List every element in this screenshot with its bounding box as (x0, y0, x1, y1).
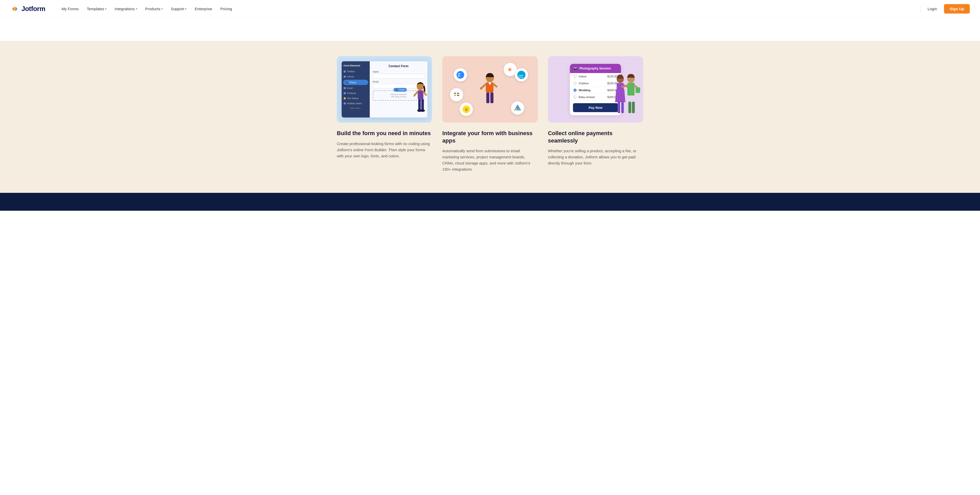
svg-rect-24 (457, 95, 459, 96)
feature-card-builder: Form Elements Textbox Adress 📞 Phone (337, 56, 432, 172)
svg-rect-23 (454, 95, 456, 96)
main-nav: My Forms Templates ▾ Integrations ▾ Prod… (58, 5, 918, 13)
fb-sidebar-item-email: Email (342, 86, 370, 91)
svg-rect-28 (490, 92, 493, 103)
integrations-illustration: Z ✻ salesforce (442, 56, 538, 123)
feature-desc-builder: Create professional-looking forms with n… (337, 141, 432, 159)
pm-radio-wedding (573, 89, 577, 92)
zoom-logo: Z (454, 68, 467, 81)
svg-rect-35 (621, 102, 624, 113)
center-person (479, 73, 501, 103)
nav-products[interactable]: Products ▾ (142, 5, 166, 13)
nav-my-forms[interactable]: My Forms (58, 5, 82, 13)
nav-pricing[interactable]: Pricing (217, 5, 236, 13)
svg-rect-22 (457, 93, 459, 94)
payments-content: 📷 Photography Session Indoor $125.00 Out… (548, 56, 643, 123)
fb-sidebar-item-products: Products (342, 91, 370, 96)
svg-rect-27 (486, 92, 489, 103)
form-builder-illustration: Form Elements Textbox Adress 📞 Phone (337, 56, 432, 123)
svg-text:✻: ✻ (508, 67, 512, 72)
fb-sidebar-item-adress: Adress (342, 74, 370, 79)
svg-point-29 (480, 87, 482, 90)
fb-sidebar-title: Form Elements (342, 63, 370, 69)
features-grid: Form Elements Textbox Adress 📞 Phone (337, 56, 643, 172)
nav-templates[interactable]: Templates ▾ (83, 5, 110, 13)
google-sheets-logo (450, 88, 463, 102)
svg-rect-37 (632, 102, 635, 113)
feature-title-integrations: Integrate your form with business apps (442, 130, 538, 144)
payments-illustration: 📷 Photography Session Indoor $125.00 Out… (548, 56, 643, 123)
signup-button[interactable]: Sign Up (944, 4, 970, 14)
pm-radio-indoor (573, 75, 577, 78)
footer (0, 193, 980, 211)
svg-rect-2 (418, 91, 423, 99)
form-builder-mock: Form Elements Textbox Adress 📞 Phone (342, 61, 428, 118)
pm-radio-baby-shower (573, 95, 577, 99)
couple-illustration (610, 72, 641, 123)
svg-point-6 (420, 109, 425, 112)
fb-sidebar-item-star-rating: Star Rating (342, 96, 370, 101)
salesforce-logo: salesforce (515, 68, 528, 81)
feature-title-builder: Build the form you need in minutes (337, 130, 432, 137)
svg-text:force: force (518, 76, 523, 78)
login-button[interactable]: Login (923, 5, 942, 13)
google-drive-logo (511, 102, 524, 115)
fb-main: Contact Form Name Email Add your element… (370, 61, 428, 118)
header: Jotform My Forms Templates ▾ Integration… (0, 0, 980, 18)
pm-title: Photography Session (579, 67, 611, 70)
nav-support[interactable]: Support ▾ (167, 5, 190, 13)
templates-chevron-icon: ▾ (105, 7, 107, 10)
svg-rect-34 (618, 102, 620, 113)
logo-text: Jotform (21, 5, 45, 13)
fb-sidebar-item-phone: 📞 Phone (343, 80, 368, 85)
svg-rect-4 (421, 99, 424, 111)
logo[interactable]: Jotform (10, 4, 45, 14)
feature-desc-payments: Whether you're selling a product, accept… (548, 148, 643, 166)
products-chevron-icon: ▾ (161, 7, 163, 10)
nav-integrations[interactable]: Integrations ▾ (111, 5, 140, 13)
camera-icon: 📷 (573, 67, 578, 70)
fb-form-title: Contact Form (373, 64, 425, 68)
pm-radio-outdoor (573, 82, 577, 85)
feature-card-integrations: Z ✻ salesforce (442, 56, 538, 172)
svg-rect-33 (627, 83, 635, 95)
fb-name-field: Name (373, 70, 425, 78)
svg-rect-36 (628, 102, 631, 113)
svg-rect-38 (636, 88, 640, 93)
feature-card-payments: 📷 Photography Session Indoor $125.00 Out… (548, 56, 643, 172)
fb-sidebar-item-textbox: Textbox (342, 69, 370, 74)
nav-enterprise[interactable]: Enterprise (191, 5, 215, 13)
feature-desc-integrations: Automatically send form submissions to e… (442, 148, 538, 172)
header-actions: Login Sign Up (923, 4, 970, 14)
nav-divider (920, 5, 921, 13)
fb-sidebar-item-multiple-select: Multiple Select (342, 101, 370, 106)
features-section: Form Elements Textbox Adress 📞 Phone (0, 41, 980, 193)
fb-sidebar: Form Elements Textbox Adress 📞 Phone (342, 61, 370, 118)
fb-sidebar-more: 100+ more... (342, 106, 370, 110)
feature-title-payments: Collect online payments seamlessly (548, 130, 643, 144)
svg-text:🐒: 🐒 (465, 108, 468, 111)
svg-rect-3 (418, 99, 421, 111)
svg-rect-21 (454, 93, 456, 94)
person-illustration (412, 82, 428, 118)
hero-spacer (0, 18, 980, 41)
mailchimp-logo: 🐒 (460, 103, 473, 116)
svg-text:Z: Z (458, 73, 460, 77)
phone-drag-chip: 📞 Phone (393, 88, 407, 92)
integrations-mock: Z ✻ salesforce (442, 56, 538, 123)
integrations-chevron-icon: ▾ (136, 7, 137, 10)
support-chevron-icon: ▾ (185, 7, 186, 10)
